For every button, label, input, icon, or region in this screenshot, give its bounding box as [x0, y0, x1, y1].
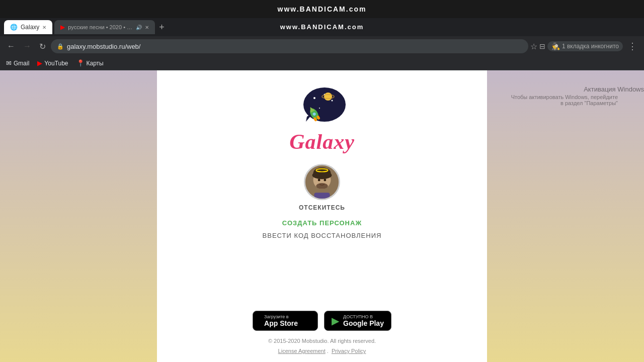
bandicam-bar: www.BANDICAM.com — [0, 0, 644, 18]
tab-title: Galaxy — [21, 24, 39, 31]
inactive-tab[interactable]: ▶ русские песни • 2020 • нов... 🔊 ✕ — [54, 20, 155, 34]
youtube-icon: ▶ — [37, 59, 42, 67]
svg-point-17 — [318, 179, 320, 182]
url-text: galaxy.mobstudio.ru/web/ — [67, 43, 140, 50]
bookmark-maps[interactable]: 📍 Карты — [76, 59, 104, 67]
store-buttons: Загрузите в App Store ▶ ДОСТУПНО В Googl… — [253, 311, 391, 331]
incognito-icon: 🕵 — [551, 42, 560, 50]
browser-toolbar: ← → ↻ 🔒 galaxy.mobstudio.ru/web/ ☆ ⊟ 🕵 1… — [0, 36, 644, 56]
tab-close-icon[interactable]: ✕ — [42, 25, 46, 30]
play-icon: ▶ — [332, 315, 339, 327]
googleplay-text: ДОСТУПНО В Google Play — [343, 314, 384, 327]
main-content: Galaxy — [157, 70, 487, 362]
active-tab[interactable]: 🌐 Galaxy ✕ — [4, 20, 52, 34]
galaxy-logo-text: Galaxy — [289, 130, 355, 154]
cast-icon[interactable]: ⊟ — [539, 42, 545, 50]
bandicam-text: www.BANDICAM.com — [278, 5, 367, 13]
toolbar-right: ☆ ⊟ 🕵 1 вкладка инкогнито ⋮ — [530, 40, 640, 53]
restore-code-link[interactable]: ВВЕСТИ КОД ВОССТАНОВЛЕНИЯ — [263, 232, 382, 239]
logo-svg — [297, 85, 347, 128]
appstore-button[interactable]: Загрузите в App Store — [253, 311, 318, 331]
address-bar[interactable]: 🔒 galaxy.mobstudio.ru/web/ — [51, 39, 528, 53]
maps-icon: 📍 — [76, 59, 85, 67]
forward-button[interactable]: → — [20, 40, 34, 53]
tab-bar: 🌐 Galaxy ✕ ▶ русские песни • 2020 • нов.… — [0, 18, 644, 36]
back-button[interactable]: ← — [4, 40, 18, 53]
bookmarks-bar: ✉ Gmail ▶ YouTube 📍 Карты — [0, 56, 644, 70]
character-name-label: ОТСЕКИТЕСЬ — [299, 204, 345, 211]
windows-activation: Активация Windows Чтобы активировать Win… — [497, 80, 644, 111]
svg-point-2 — [313, 97, 315, 99]
svg-point-5 — [319, 108, 320, 109]
license-link[interactable]: License Agreement — [278, 348, 326, 354]
gmail-label: Gmail — [14, 60, 29, 67]
bandicam-watermark: www.BANDICAM.com — [280, 18, 364, 36]
create-character-link[interactable]: СОЗДАТЬ ПЕРСОНАЖ — [282, 219, 362, 227]
menu-button[interactable]: ⋮ — [625, 40, 640, 53]
avatar-svg — [305, 165, 339, 199]
tab2-title: русские песни • 2020 • нов... — [68, 24, 133, 30]
svg-point-18 — [324, 179, 326, 182]
star-icon[interactable]: ☆ — [530, 42, 537, 51]
googleplay-button[interactable]: ▶ ДОСТУПНО В Google Play — [324, 311, 391, 331]
incognito-button[interactable]: 🕵 1 вкладка инкогнито — [547, 41, 623, 51]
lock-icon: 🔒 — [57, 43, 64, 50]
googleplay-large-text: Google Play — [343, 319, 384, 327]
gmail-icon: ✉ — [6, 59, 12, 67]
appstore-small-text: Загрузите в — [264, 314, 298, 319]
refresh-button[interactable]: ↻ — [36, 40, 49, 53]
svg-point-16 — [312, 171, 332, 179]
logo-section: Galaxy — [289, 85, 355, 154]
svg-point-19 — [316, 183, 328, 189]
avatar[interactable] — [304, 164, 340, 200]
bookmark-gmail[interactable]: ✉ Gmail — [6, 59, 29, 67]
page-wrapper: Galaxy — [0, 70, 644, 362]
footer-links: License Agreement. Privacy Policy — [277, 348, 368, 354]
bg-right: Активация Windows Чтобы активировать Win… — [487, 70, 644, 362]
character-section: ОТСЕКИТЕСЬ — [299, 164, 345, 211]
googleplay-small-text: ДОСТУПНО В — [343, 314, 384, 319]
activation-body: Чтобы активировать Windows, перейдите в … — [507, 94, 618, 106]
appstore-large-text: App Store — [264, 319, 298, 327]
tab2-close-icon[interactable]: ✕ — [145, 25, 149, 30]
browser-chrome: 🌐 Galaxy ✕ ▶ русские песни • 2020 • нов.… — [0, 18, 644, 70]
copyright-text: © 2015-2020 Mobstudio. All rights reserv… — [268, 338, 376, 344]
svg-point-4 — [332, 100, 333, 102]
footer-section: Загрузите в App Store ▶ ДОСТУПНО В Googl… — [167, 311, 477, 354]
svg-rect-20 — [314, 193, 330, 199]
youtube-label: YouTube — [44, 60, 68, 67]
maps-label: Карты — [87, 60, 104, 67]
logo-icon — [297, 85, 347, 126]
bg-left — [0, 70, 157, 362]
bookmark-youtube[interactable]: ▶ YouTube — [37, 59, 68, 67]
new-tab-button[interactable]: + — [155, 22, 169, 33]
activation-title: Активация Windows — [507, 85, 644, 93]
privacy-link[interactable]: Privacy Policy — [332, 348, 366, 354]
appstore-text: Загрузите в App Store — [264, 314, 298, 327]
svg-point-6 — [324, 93, 332, 101]
incognito-label: 1 вкладка инкогнито — [562, 43, 619, 50]
